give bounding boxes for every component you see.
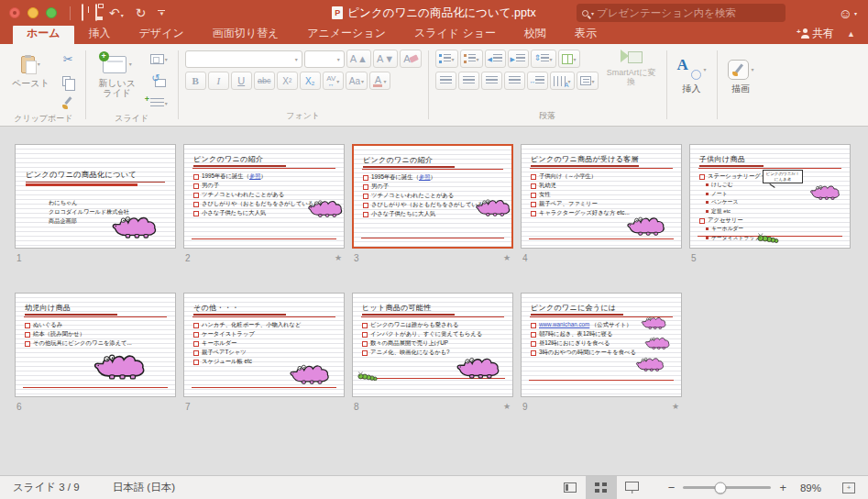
bullet-item: 親子ペア、ファミリー [531, 200, 672, 207]
zoom-controls: − + 89% [668, 481, 855, 494]
title-underline [26, 182, 165, 183]
justify-button[interactable] [504, 72, 525, 90]
clipboard-group: ▾ ペースト ✂ ▾ クリップボード [2, 44, 85, 126]
slide-title-text: ピンクのワニの商品化について [26, 170, 168, 180]
strikethrough-button[interactable]: abc [254, 72, 275, 90]
save-button[interactable] [95, 5, 97, 21]
title-underline [699, 165, 764, 167]
paste-button[interactable]: ▾ ペースト [8, 50, 53, 89]
pink-crocodile-doodle [809, 183, 842, 201]
insert-button[interactable]: A▾ 挿入 [674, 55, 710, 94]
underline-button[interactable]: U [231, 72, 252, 90]
slide-thumbnail-9[interactable]: ピンクのワニに会うには www.wanichan.com （公式サイト） 朝7時… [521, 293, 682, 397]
bold-button[interactable]: B [185, 72, 206, 90]
tab-view[interactable]: 表示 [573, 24, 599, 44]
decrease-indent-button[interactable]: ◀ [485, 50, 506, 68]
reset-button[interactable]: ↺ [147, 72, 171, 90]
section-button[interactable]: ▾ [147, 94, 171, 112]
slide-thumbnail-8[interactable]: ヒット商品の可能性 ピンクのワニは誰からも愛される インパクトがあり、すぐに覚え… [352, 293, 513, 397]
tab-transitions[interactable]: 画面切り替え [211, 24, 281, 44]
align-text-icon [580, 76, 591, 85]
slide-thumbnail-6[interactable]: 幼児向け商品 ぬいぐるみ 絵本（読み聞かせ） その他玩具にピンクのワニを添えて.… [15, 293, 176, 397]
bullets-button[interactable]: ▾ [435, 50, 458, 68]
zoom-window-button[interactable] [46, 7, 57, 18]
view-normal-button[interactable] [555, 476, 586, 499]
tab-design[interactable]: デザイン [137, 24, 186, 44]
new-presentation-button[interactable] [82, 5, 83, 21]
tab-animations[interactable]: アニメーション [305, 24, 388, 44]
view-slideshow-button[interactable] [617, 476, 648, 499]
font-name-select[interactable]: ▾ [185, 50, 302, 68]
minimize-button[interactable] [27, 7, 38, 18]
character-spacing-button[interactable]: AV↔▾ [323, 72, 344, 90]
search-box[interactable]: ▾ [577, 4, 786, 22]
draw-button[interactable]: ▾ 描画 [724, 55, 758, 94]
slide-title-text: 子供向け商品 [699, 155, 841, 163]
slide-thumbnail-5[interactable]: 子供向け商品 ステーショナリーグッズ けしごむ ノート ペンケース 定規 etc… [689, 144, 851, 249]
increase-indent-button[interactable]: ▶ [508, 50, 529, 68]
align-text-button[interactable]: ▾ [577, 72, 599, 90]
redo-button[interactable]: ↻ [136, 5, 147, 21]
slide-thumbnail-1[interactable]: ピンクのワニの商品化について わにちゃん クロコダイルワールド株式会社 商品企画… [15, 144, 176, 249]
zoom-out-button[interactable]: − [668, 481, 676, 494]
slide-thumbnail-7[interactable]: その他・・・ ハンカチ、化粧ポーチ、小物入れなど ケータイストラップ キーホルダ… [183, 293, 345, 397]
slide-title-text: その他・・・ [193, 304, 335, 312]
layout-button[interactable]: ▾ [147, 50, 171, 68]
slide-thumbnail-2[interactable]: ピンクのワニの紹介 1995年春に誕生（参照） 男の子 ツチノコといわれたことが… [183, 144, 345, 249]
line-spacing-button[interactable]: ⇕▾ [531, 50, 556, 68]
columns-button[interactable]: ▾ [558, 50, 580, 68]
title-underline [193, 314, 286, 316]
justify-icon [509, 76, 521, 85]
bullet-item: ハンカチ、化粧ポーチ、小物入れなど [193, 321, 335, 328]
zoom-in-button[interactable]: + [779, 481, 786, 494]
undo-dropdown-icon: ▾ [121, 13, 124, 18]
zoom-percentage[interactable]: 89% [800, 482, 821, 493]
share-button[interactable]: + 共有 [797, 26, 834, 41]
titlebar: ↶▾ ↻ ▼ P ピンクのワニの商品化について.pptx ▾ ☺ ▾ [0, 0, 868, 26]
language-indicator[interactable]: 日本語 (日本) [113, 481, 175, 494]
font-size-select[interactable]: ▾ [304, 50, 345, 68]
fit-slide-to-window-button[interactable] [842, 482, 855, 493]
slide-thumbnail-3-selected[interactable]: ピンクのワニの紹介 1995年春に誕生（参照） 男の子 ツチノコといわれたことが… [352, 144, 513, 249]
align-left-button[interactable] [435, 72, 456, 90]
italic-button[interactable]: I [208, 72, 229, 90]
cut-button[interactable]: ✂ [58, 50, 79, 68]
numbering-button[interactable]: ▾ [460, 50, 483, 68]
tab-review[interactable]: 校閲 [522, 24, 548, 44]
superscript-button[interactable]: X² [277, 72, 298, 90]
smartart-button[interactable]: SmartArtに変換 [603, 50, 660, 86]
view-slide-sorter-button[interactable] [586, 476, 617, 499]
collapse-ribbon-button[interactable]: ▲ [847, 29, 855, 39]
align-right-button[interactable] [481, 72, 502, 90]
bullet-item: ツチノコといわれたことがある [193, 191, 335, 198]
undo-button[interactable]: ↶▾ [109, 5, 124, 21]
copy-button[interactable]: ▾ [58, 72, 79, 90]
format-painter-button[interactable] [58, 94, 79, 112]
redo-icon: ↻ [136, 6, 147, 20]
zoom-slider-knob[interactable] [714, 482, 726, 493]
feedback-button[interactable]: ☺ ▾ [839, 6, 857, 20]
font-color-button[interactable]: A▾ [369, 72, 390, 90]
distribute-button[interactable]: ↔ [527, 72, 548, 90]
grow-font-button[interactable]: A▲ [346, 50, 371, 68]
tab-home[interactable]: ホーム [13, 24, 74, 44]
search-input[interactable] [597, 7, 780, 18]
slide-thumbnail-4[interactable]: ピンクのワニ商品が受ける客層 子供向け（～小学生） 乳幼児 女性 親子ペア、ファ… [521, 144, 682, 249]
shrink-font-button[interactable]: A▼ [373, 50, 398, 68]
subscript-button[interactable]: X₂ [300, 72, 321, 90]
align-center-button[interactable] [458, 72, 479, 90]
caterpillar-doodle [756, 233, 780, 243]
close-button[interactable] [9, 7, 20, 18]
font-name-dropdown-icon: ▾ [295, 56, 298, 62]
change-case-button[interactable]: Aa▾ [346, 72, 368, 90]
toolbar-options-button[interactable]: ▼ [158, 10, 165, 17]
slide-cell-1: ピンクのワニの商品化について わにちゃん クロコダイルワールド株式会社 商品企画… [15, 144, 176, 264]
clear-formatting-button[interactable]: A [400, 50, 421, 68]
tab-slideshow[interactable]: スライド ショー [412, 24, 498, 44]
new-slide-button[interactable]: +▾ 新しいスライド [93, 50, 142, 99]
zoom-slider[interactable] [683, 486, 771, 489]
slide-cell-7: その他・・・ ハンカチ、化粧ポーチ、小物入れなど ケータイストラップ キーホルダ… [183, 293, 345, 413]
tab-insert[interactable]: 挿入 [87, 24, 113, 44]
text-direction-button[interactable]: ▾ [550, 72, 575, 90]
bullet-item: ぬいぐるみ [25, 321, 166, 328]
